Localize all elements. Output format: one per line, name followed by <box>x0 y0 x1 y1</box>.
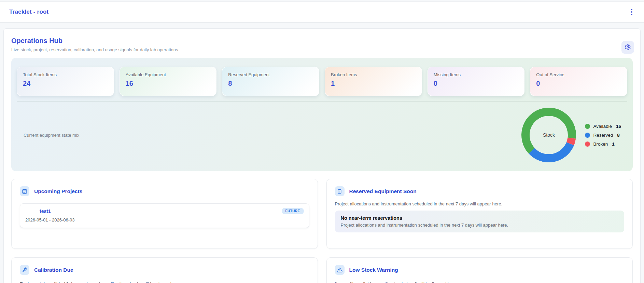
legend-swatch <box>585 124 590 129</box>
section-title: Low Stock Warning <box>349 267 398 273</box>
app-header: Tracklet - root <box>0 1 644 23</box>
gear-icon <box>625 44 631 51</box>
status-badge: FUTURE <box>282 208 304 214</box>
upcoming-projects-card: Upcoming Projects test1 FUTURE 2026-05-0… <box>11 179 318 249</box>
stat-label: Reserved Equipment <box>228 72 313 77</box>
empty-state-text: Project allocations and instrumentation … <box>341 223 619 228</box>
kebab-menu-icon[interactable] <box>630 8 634 16</box>
legend-item-broken: Broken 1 <box>585 142 621 147</box>
stat-label: Missing Items <box>434 72 519 77</box>
stat-value: 8 <box>228 80 313 87</box>
section-subtitle: Items with available quantity at or belo… <box>335 281 625 283</box>
hub-header: Operations Hub Live stock, project, rese… <box>8 37 636 52</box>
empty-state: No near-term reservations Project alloca… <box>335 211 625 232</box>
stat-value: 0 <box>536 80 621 87</box>
warning-icon <box>335 265 345 275</box>
section-subtitle: Project allocations and instrumentation … <box>335 201 625 206</box>
section-title: Reserved Equipment Soon <box>349 188 417 194</box>
stat-label: Available Equipment <box>126 72 211 77</box>
stat-out-of-service: Out of Service 0 <box>530 67 627 96</box>
legend-value: 1 <box>612 142 615 147</box>
app-title: Tracklet - root <box>9 9 48 15</box>
project-name-link[interactable]: test1 <box>40 208 51 214</box>
legend-swatch <box>585 133 590 138</box>
stock-donut-chart: Stock <box>521 108 576 162</box>
stat-value: 16 <box>126 80 211 87</box>
legend-value: 8 <box>617 133 620 138</box>
reserved-equipment-soon-card: Reserved Equipment Soon Project allocati… <box>326 179 633 249</box>
low-stock-warning-card: Low Stock Warning Items with available q… <box>326 257 633 283</box>
chart-legend: Available 16 Reserved 8 Broken 1 <box>585 124 621 147</box>
section-title: Calibration Due <box>34 267 73 273</box>
empty-state-title: No near-term reservations <box>341 215 619 221</box>
stat-broken-items: Broken Items 1 <box>325 67 422 96</box>
legend-item-reserved: Reserved 8 <box>585 133 621 138</box>
stat-available-equipment: Available Equipment 16 <box>120 67 217 96</box>
stat-value: 24 <box>23 80 108 87</box>
legend-label: Available <box>593 124 612 129</box>
page-title: Operations Hub <box>8 37 636 45</box>
stat-reserved-equipment: Reserved Equipment 8 <box>222 67 319 96</box>
stat-value: 0 <box>434 80 519 87</box>
stat-value: 1 <box>331 80 416 87</box>
legend-item-available: Available 16 <box>585 124 621 129</box>
project-date-range: 2026-05-01 - 2026-06-03 <box>25 217 304 223</box>
calibration-due-card: Calibration Due Equipment due within 16 … <box>11 257 318 283</box>
stat-label: Broken Items <box>331 72 416 77</box>
legend-value: 16 <box>616 124 621 129</box>
stat-label: Total Stock Items <box>23 72 108 77</box>
settings-button[interactable] <box>621 41 634 54</box>
page-subtitle: Live stock, project, reservation, calibr… <box>8 47 636 52</box>
section-title: Upcoming Projects <box>34 188 82 194</box>
project-list-item[interactable]: test1 FUTURE 2026-05-01 - 2026-06-03 <box>20 203 309 228</box>
calendar-icon <box>20 186 29 196</box>
chart-row: Current equipment state mix Stock Availa… <box>17 102 627 169</box>
operations-hub-card: Operations Hub Live stock, project, rese… <box>3 28 641 283</box>
legend-label: Broken <box>593 142 608 147</box>
donut-center-label: Stock <box>521 108 576 162</box>
stats-banner: Total Stock Items 24 Available Equipment… <box>11 58 633 171</box>
legend-label: Reserved <box>593 133 613 138</box>
wrench-icon <box>20 265 29 275</box>
legend-swatch <box>585 142 590 147</box>
stats-row: Total Stock Items 24 Available Equipment… <box>17 67 627 96</box>
section-subtitle: Equipment due within 16 days and overdue… <box>20 281 309 283</box>
stat-missing-items: Missing Items 0 <box>428 67 525 96</box>
stat-label: Out of Service <box>536 72 621 77</box>
stat-total-stock: Total Stock Items 24 <box>17 67 114 96</box>
chart-caption: Current equipment state mix <box>24 133 79 138</box>
clipboard-icon <box>335 186 345 196</box>
